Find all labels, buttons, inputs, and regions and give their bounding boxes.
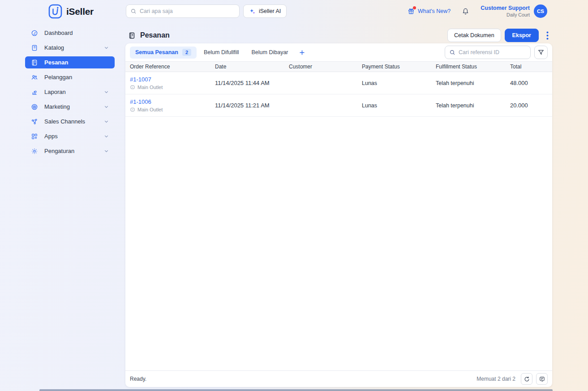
column-header-customer[interactable]: Customer <box>289 64 362 70</box>
chevron-down-icon <box>103 104 109 110</box>
tab-label: Belum Dibayar <box>252 49 288 55</box>
brand-name: iSeller <box>66 6 94 17</box>
user-menu[interactable]: Customer Support Daily Court CS <box>481 4 547 18</box>
add-tab-button[interactable] <box>296 47 309 59</box>
orders-panel: Semua Pesanan2Belum DifullfillBelum Diba… <box>125 43 552 387</box>
order-date: 11/14/2025 11:44 AM <box>215 80 289 86</box>
outlet-name: Main Outlet <box>137 85 163 90</box>
column-header-fulfillment-status[interactable]: Fulfillment Status <box>436 64 510 70</box>
sidebar-item-label: Katalog <box>44 44 97 51</box>
marketing-icon <box>31 103 38 110</box>
tab-label: Semua Pesanan <box>135 49 178 55</box>
tabs-container: Semua Pesanan2Belum DifullfillBelum Diba… <box>130 47 294 59</box>
chevron-down-icon <box>103 119 109 124</box>
tab-bar: Semua Pesanan2Belum DifullfillBelum Diba… <box>125 43 552 62</box>
avatar[interactable]: CS <box>534 4 547 18</box>
table-row[interactable]: #1-1007 Main Outlet 11/14/2025 11:44 AM … <box>125 72 552 94</box>
fulfillment-status: Telah terpenuhi <box>436 80 510 86</box>
fulfillment-status: Telah terpenuhi <box>436 102 510 109</box>
order-total: 20.000 <box>510 102 548 109</box>
outlet-name: Main Outlet <box>137 107 163 112</box>
tab-label: Belum Difullfill <box>204 49 239 55</box>
bell-icon[interactable] <box>462 8 469 15</box>
order-total: 48.000 <box>510 80 548 86</box>
sidebar-item-label: Marketing <box>44 103 97 110</box>
brand-logo[interactable]: iSeller <box>48 4 94 19</box>
chevron-down-icon <box>103 133 109 139</box>
sparkle-icon <box>249 8 256 15</box>
sidebar-item-apps[interactable]: Apps <box>25 130 115 142</box>
gift-icon <box>408 8 415 15</box>
column-options-button[interactable] <box>536 373 548 385</box>
reference-search[interactable] <box>445 46 531 59</box>
page-header: Pesanan Cetak Dokumen Ekspor <box>125 28 552 43</box>
customers-icon <box>31 74 38 81</box>
order-reference-link[interactable]: #1-1006 <box>130 98 215 105</box>
sidebar-item-pengaturan[interactable]: Pengaturan <box>25 145 115 157</box>
column-header-date[interactable]: Date <box>215 64 289 70</box>
column-header-total[interactable]: Total <box>510 64 548 70</box>
chevron-down-icon <box>103 148 109 154</box>
apps-icon <box>31 133 38 140</box>
user-store: Daily Court <box>481 12 530 17</box>
iseller-logo-icon <box>48 4 62 19</box>
chevron-down-icon <box>103 45 109 51</box>
column-header-payment-status[interactable]: Payment Status <box>362 64 436 70</box>
channels-icon <box>31 118 38 125</box>
sidebar-item-label: Dashboard <box>44 30 109 36</box>
search-icon <box>130 8 137 14</box>
tab-count-badge: 2 <box>182 49 191 56</box>
order-date: 11/14/2025 11:21 AM <box>215 102 289 109</box>
notification-dot <box>413 6 416 9</box>
sidebar-item-pesanan[interactable]: Pesanan <box>25 56 115 68</box>
refresh-button[interactable] <box>521 373 532 385</box>
payment-status: Lunas <box>362 102 436 109</box>
tab-belum-difullfill[interactable]: Belum Difullfill <box>198 47 245 59</box>
tab-belum-dibayar[interactable]: Belum Dibayar <box>246 47 294 59</box>
search-icon <box>449 49 455 55</box>
sidebar-item-label: Pengaturan <box>44 148 97 154</box>
sidebar-item-pelanggan[interactable]: Pelanggan <box>25 71 115 83</box>
order-reference-link[interactable]: #1-1007 <box>130 76 215 83</box>
whats-new-link[interactable]: What's New? <box>408 8 451 15</box>
table-row[interactable]: #1-1006 Main Outlet 11/14/2025 11:21 AM … <box>125 94 552 117</box>
dashboard-icon <box>31 30 38 37</box>
sidebar-item-label: Pesanan <box>44 59 109 66</box>
sidebar-item-label: Apps <box>44 133 97 140</box>
settings-icon <box>31 148 38 155</box>
iseller-ai-button[interactable]: iSeller AI <box>243 4 287 18</box>
global-search-input[interactable] <box>140 8 235 14</box>
sidebar: DashboardKatalogPesananPelangganLaporanM… <box>25 27 115 160</box>
filter-button[interactable] <box>534 46 548 59</box>
reference-search-input[interactable] <box>459 49 526 55</box>
more-actions-button[interactable] <box>542 29 552 42</box>
status-bar: Ready. Memuat 2 dari 2 <box>125 370 552 387</box>
load-count: Memuat 2 dari 2 <box>476 376 515 382</box>
sidebar-item-label: Pelanggan <box>44 74 109 81</box>
empty-area <box>125 117 552 370</box>
tab-semua-pesanan[interactable]: Semua Pesanan2 <box>130 47 197 59</box>
orders-title-icon <box>128 32 136 39</box>
sidebar-item-laporan[interactable]: Laporan <box>25 86 115 98</box>
outlet-icon <box>130 107 135 112</box>
status-text: Ready. <box>130 376 146 382</box>
payment-status: Lunas <box>362 80 436 86</box>
table-body: #1-1007 Main Outlet 11/14/2025 11:44 AM … <box>125 72 552 117</box>
global-search[interactable] <box>126 4 240 18</box>
column-header-order-reference[interactable]: Order Reference <box>130 64 215 70</box>
export-button[interactable]: Ekspor <box>505 29 539 42</box>
reports-icon <box>31 89 38 96</box>
catalog-icon <box>31 44 38 51</box>
sidebar-item-dashboard[interactable]: Dashboard <box>25 27 115 39</box>
sidebar-item-label: Laporan <box>44 89 97 95</box>
sidebar-item-marketing[interactable]: Marketing <box>25 101 115 113</box>
orders-icon <box>31 59 38 66</box>
table-header: Order ReferenceDateCustomerPayment Statu… <box>125 62 552 72</box>
bottom-edge-bar <box>39 389 553 391</box>
topbar: iSeller iSeller AI What's New? Customer … <box>0 0 588 22</box>
sidebar-item-sales-channels[interactable]: Sales Channels <box>25 115 115 128</box>
outlet-icon <box>130 85 135 90</box>
sidebar-item-katalog[interactable]: Katalog <box>25 42 115 54</box>
print-documents-button[interactable]: Cetak Dokumen <box>447 29 501 42</box>
chevron-down-icon <box>103 89 109 95</box>
